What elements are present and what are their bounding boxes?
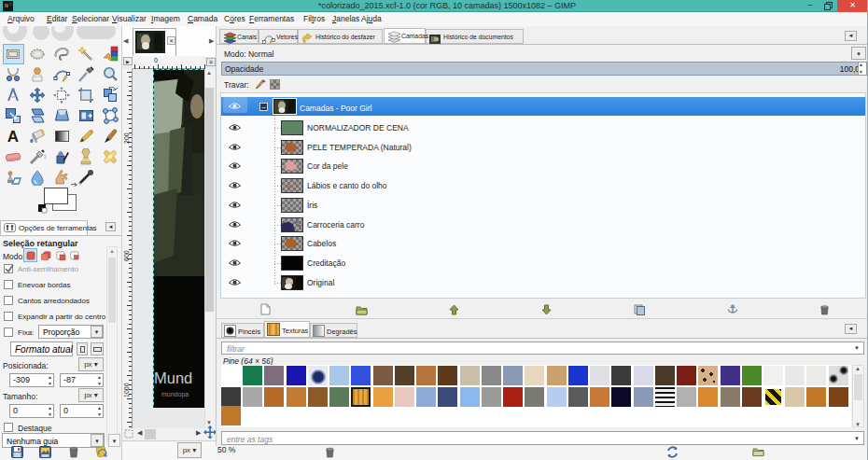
svg-text:mundopa: mundopa bbox=[161, 391, 189, 398]
svg-text:Mund: Mund bbox=[154, 369, 192, 386]
svg-text:A: A bbox=[7, 128, 19, 145]
